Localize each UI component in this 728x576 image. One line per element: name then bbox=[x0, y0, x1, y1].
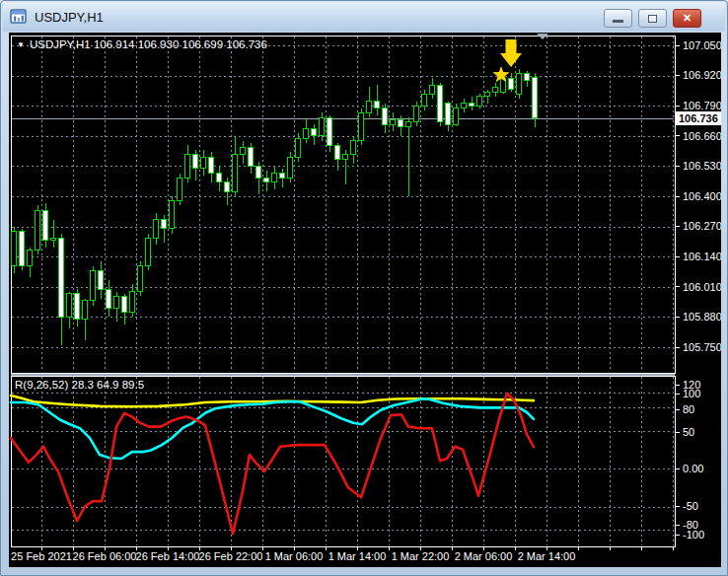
time-axis[interactable]: 25 Feb 202126 Feb 06:0026 Feb 14:0026 Fe… bbox=[11, 546, 673, 562]
bear-candle bbox=[525, 73, 530, 80]
bull-candle bbox=[493, 87, 498, 92]
bear-candle bbox=[107, 289, 111, 308]
bear-candle bbox=[20, 231, 25, 265]
bear-candle bbox=[509, 78, 514, 90]
bull-candle bbox=[296, 138, 301, 157]
indicator-axis-label: 80 bbox=[683, 403, 694, 415]
indicator-axis-label: -50 bbox=[683, 500, 698, 512]
indicator-axis-label: 0.00 bbox=[683, 463, 703, 474]
close-icon: ✕ bbox=[683, 12, 692, 25]
bear-candle bbox=[312, 129, 317, 136]
bull-candle bbox=[414, 106, 419, 122]
bull-candle bbox=[51, 238, 56, 240]
price-axis[interactable]: 107.050106.920106.790106.660106.530106.4… bbox=[675, 39, 721, 353]
bear-candle bbox=[75, 294, 80, 320]
time-axis-label: 1 Mar 06:00 bbox=[265, 550, 324, 562]
indicator-axis[interactable]: 12010080500.00-50-80-100 bbox=[675, 379, 704, 540]
bull-candle bbox=[343, 155, 348, 160]
bull-candle bbox=[422, 94, 427, 106]
bull-candle bbox=[130, 292, 135, 313]
price-axis-label: 106.920 bbox=[683, 69, 721, 81]
bull-candle bbox=[28, 250, 33, 266]
bull-candle bbox=[454, 108, 459, 125]
bull-candle bbox=[367, 102, 372, 113]
restore-button[interactable] bbox=[638, 9, 667, 28]
bull-candle bbox=[233, 155, 238, 192]
bull-candle bbox=[36, 210, 40, 250]
bear-candle bbox=[335, 145, 340, 159]
bull-candle bbox=[154, 220, 159, 239]
window-title: USDJPY,H1 bbox=[35, 10, 104, 25]
title-bar[interactable]: USDJPY,H1 ✕ bbox=[3, 2, 725, 32]
price-axis-label: 106.790 bbox=[683, 100, 721, 111]
bear-candle bbox=[225, 182, 230, 191]
bull-candle bbox=[138, 266, 143, 292]
bear-candle bbox=[209, 157, 214, 174]
ohlc-high: 106.930 bbox=[138, 38, 180, 50]
bull-candle bbox=[304, 129, 309, 138]
time-axis-label: 25 Feb 2021 bbox=[11, 550, 72, 562]
bear-candle bbox=[399, 119, 403, 126]
bear-candle bbox=[193, 155, 198, 169]
time-axis-label: 26 Feb 22:00 bbox=[199, 550, 263, 562]
ohlc-close: 106.736 bbox=[226, 38, 267, 50]
price-axis-label: 106.400 bbox=[683, 190, 721, 202]
ohlc-low: 106.699 bbox=[182, 38, 223, 50]
bull-candle bbox=[114, 296, 119, 308]
bear-candle bbox=[438, 85, 443, 122]
bull-candle bbox=[406, 122, 411, 127]
arrow-down-icon bbox=[500, 39, 522, 67]
price-axis-label: 106.270 bbox=[683, 220, 721, 232]
header-symbol: USDJPY,H1 bbox=[30, 38, 91, 50]
bull-candle bbox=[288, 157, 293, 178]
close-button[interactable]: ✕ bbox=[673, 9, 701, 28]
current-price-label: 106.736 bbox=[679, 112, 718, 124]
indicator-header: R(9,26,52) 28.3 64.9 89.5 bbox=[15, 379, 144, 391]
bear-candle bbox=[256, 166, 261, 178]
bear-candle bbox=[375, 102, 380, 108]
bull-candle bbox=[178, 178, 182, 201]
bull-candle bbox=[485, 92, 490, 97]
bull-candle bbox=[67, 294, 72, 318]
ohlc-open: 106.914 bbox=[94, 38, 135, 50]
bear-candle bbox=[122, 296, 127, 313]
indicator-values: 28.3 64.9 89.5 bbox=[72, 379, 145, 391]
bear-candle bbox=[43, 210, 48, 241]
chart-canvas[interactable]: 107.050106.920106.790106.660106.530106.4… bbox=[9, 33, 721, 567]
bull-candle bbox=[320, 117, 325, 136]
bull-candle bbox=[146, 238, 151, 265]
bear-candle bbox=[383, 108, 388, 125]
candles bbox=[12, 69, 538, 345]
bull-candle bbox=[462, 104, 467, 108]
bull-candle bbox=[241, 148, 246, 155]
price-axis-label: 105.880 bbox=[683, 311, 721, 323]
bear-candle bbox=[59, 238, 64, 317]
indicator-axis-label: -100 bbox=[683, 529, 704, 540]
symbol-dropdown-icon[interactable]: ▼ bbox=[17, 40, 25, 49]
bull-candle bbox=[391, 119, 396, 124]
time-axis-label: 2 Mar 14:00 bbox=[518, 550, 576, 562]
price-axis-label: 106.140 bbox=[683, 251, 721, 262]
bull-candle bbox=[351, 141, 356, 155]
bear-candle bbox=[446, 104, 451, 124]
price-axis-label: 106.530 bbox=[683, 160, 721, 172]
minimize-button[interactable] bbox=[604, 9, 632, 28]
indicator-mid-line bbox=[11, 398, 534, 459]
indicator-axis-label: 100 bbox=[683, 388, 700, 399]
bull-candle bbox=[517, 73, 522, 94]
time-axis-label: 1 Mar 14:00 bbox=[328, 550, 387, 562]
price-axis-label: 106.660 bbox=[683, 130, 721, 142]
pane-splitter[interactable] bbox=[11, 374, 675, 376]
chart-area[interactable]: 107.050106.920106.790106.660106.530106.4… bbox=[9, 33, 721, 567]
indicator-lines bbox=[11, 394, 534, 534]
time-axis-label: 2 Mar 06:00 bbox=[455, 550, 513, 562]
bear-candle bbox=[328, 117, 332, 145]
bear-candle bbox=[264, 178, 269, 182]
price-axis-label: 107.050 bbox=[683, 39, 721, 51]
bull-candle bbox=[185, 155, 190, 179]
bear-candle bbox=[533, 77, 538, 118]
bull-candle bbox=[477, 97, 482, 106]
price-axis-label: 106.010 bbox=[683, 281, 721, 293]
restore-icon bbox=[648, 15, 657, 23]
bear-candle bbox=[162, 220, 167, 229]
